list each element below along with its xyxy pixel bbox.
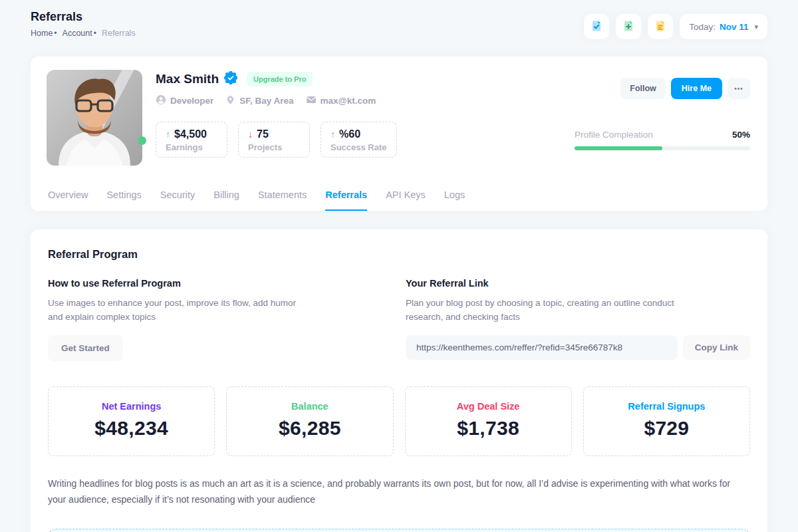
how-to-use-title: How to use Referral Program xyxy=(48,278,358,289)
meta-role[interactable]: Developer xyxy=(156,94,213,107)
metric-balance-label: Balance xyxy=(227,401,392,412)
online-status-dot xyxy=(138,136,146,145)
person-icon xyxy=(156,94,166,107)
metric-net-earnings-label: Net Earnings xyxy=(49,401,214,412)
tab-security[interactable]: Security xyxy=(160,182,195,211)
file-lines-button[interactable] xyxy=(648,14,673,39)
location-pin-icon xyxy=(225,95,235,107)
referral-footnote: Writing headlines for blog posts is as m… xyxy=(48,476,750,508)
file-lines-icon xyxy=(654,19,667,35)
page: Referrals Home • Account • Referrals xyxy=(0,0,798,532)
arrow-up-icon: ↑ xyxy=(166,129,170,140)
meta-location-label: SF, Bay Area xyxy=(239,96,293,106)
meta-location[interactable]: SF, Bay Area xyxy=(225,95,293,107)
chevron-down-icon: ▾ xyxy=(754,23,758,31)
arrow-down-icon: ↓ xyxy=(248,129,253,140)
metric-avg-deal-size: Avg Deal Size $1,738 xyxy=(405,386,572,456)
hire-me-button[interactable]: Hire Me xyxy=(671,78,722,99)
completion-progress-track xyxy=(575,146,750,150)
profile-actions: Follow Hire Me ••• xyxy=(620,78,750,99)
referral-link-row: Copy Link xyxy=(406,335,750,360)
tab-settings[interactable]: Settings xyxy=(106,182,141,211)
metric-referral-signups-label: Referral Signups xyxy=(584,401,749,412)
how-to-use-column: How to use Referral Program Use images t… xyxy=(48,278,358,361)
verified-badge-icon xyxy=(224,71,237,87)
stat-projects: ↓ 75 Projects xyxy=(238,122,310,158)
referral-link-title: Your Referral Link xyxy=(406,278,750,289)
today-label: Today: xyxy=(689,22,716,32)
metric-referral-signups-value: $729 xyxy=(584,417,749,440)
tab-logs[interactable]: Logs xyxy=(444,182,465,211)
ellipsis-icon: ••• xyxy=(734,85,743,92)
file-plus-button[interactable] xyxy=(616,14,641,39)
stat-success-rate-value: %60 xyxy=(339,128,360,140)
breadcrumb-account[interactable]: Account xyxy=(63,29,92,38)
copy-link-button[interactable]: Copy Link xyxy=(683,335,750,360)
metric-balance-value: $6,285 xyxy=(227,417,392,440)
referral-link-column: Your Referral Link Plan your blog post b… xyxy=(406,278,750,361)
metric-net-earnings: Net Earnings $48,234 xyxy=(48,386,215,456)
completion-percent: 50% xyxy=(732,130,750,140)
tab-billing[interactable]: Billing xyxy=(213,182,239,211)
avatar[interactable] xyxy=(47,70,142,166)
profile-header: Max Smith Upgrade to Pro xyxy=(47,70,750,166)
breadcrumb: Home • Account • Referrals xyxy=(31,29,136,38)
stat-projects-label: Projects xyxy=(248,142,300,152)
name-row: Max Smith Upgrade to Pro xyxy=(156,71,575,87)
meta-role-label: Developer xyxy=(170,96,213,106)
tab-overview[interactable]: Overview xyxy=(48,182,88,211)
breadcrumb-referrals: Referrals xyxy=(102,29,136,38)
tab-api-keys[interactable]: API Keys xyxy=(386,182,426,211)
completion-progress-fill xyxy=(575,146,662,150)
stat-earnings-label: Earnings xyxy=(166,142,217,152)
withdraw-notice: Withdraw Your Money to a Bank Account xyxy=(48,529,750,532)
metric-net-earnings-value: $48,234 xyxy=(49,417,214,440)
profile-right: Follow Hire Me ••• Profile Compleation 5… xyxy=(575,70,750,166)
page-title: Referrals xyxy=(31,10,136,24)
upgrade-to-pro-badge[interactable]: Upgrade to Pro xyxy=(247,72,313,86)
referral-program-card: Referral Program How to use Referral Pro… xyxy=(31,229,767,532)
metric-avg-deal-size-label: Avg Deal Size xyxy=(406,401,571,412)
referral-columns: How to use Referral Program Use images t… xyxy=(48,278,750,361)
tab-statements[interactable]: Statements xyxy=(258,182,307,211)
referral-link-description: Plan your blog post by choosing a topic,… xyxy=(406,297,700,325)
file-check-icon xyxy=(590,19,603,35)
file-check-button[interactable] xyxy=(584,14,609,39)
meta-email[interactable]: max@kt.com xyxy=(306,94,376,107)
file-plus-icon xyxy=(622,19,635,35)
referral-link-input[interactable] xyxy=(406,335,678,360)
stat-earnings: ↑ $4,500 Earnings xyxy=(156,122,227,158)
breadcrumb-separator: • xyxy=(94,29,96,38)
profile-stats-row: ↑ $4,500 Earnings ↓ 75 Projects xyxy=(156,122,575,158)
avatar-image xyxy=(47,70,142,166)
profile-card: Max Smith Upgrade to Pro xyxy=(31,57,767,211)
topbar-left: Referrals Home • Account • Referrals xyxy=(31,10,136,38)
how-to-use-description: Use images to enhance your post, improve… xyxy=(48,297,309,325)
stat-success-rate: ↑ %60 Success Rate xyxy=(321,122,397,158)
stat-success-rate-label: Success Rate xyxy=(331,142,387,152)
referral-program-title: Referral Program xyxy=(48,248,750,261)
profile-tabs: Overview Settings Security Billing State… xyxy=(47,182,750,211)
referral-metrics: Net Earnings $48,234 Balance $6,285 Avg … xyxy=(48,386,750,456)
follow-button[interactable]: Follow xyxy=(620,78,666,99)
metric-referral-signups: Referral Signups $729 xyxy=(583,386,750,456)
meta-email-label: max@kt.com xyxy=(321,96,376,106)
arrow-up-icon: ↑ xyxy=(331,129,335,140)
metric-avg-deal-size-value: $1,738 xyxy=(406,417,571,440)
stat-projects-value: 75 xyxy=(257,128,269,140)
date-selector[interactable]: Today: Nov 11 ▾ xyxy=(680,14,767,39)
profile-main: Max Smith Upgrade to Pro xyxy=(156,70,575,166)
user-name[interactable]: Max Smith xyxy=(156,72,219,86)
breadcrumb-separator: • xyxy=(54,29,57,38)
stat-earnings-value: $4,500 xyxy=(174,128,207,140)
mail-icon xyxy=(306,94,317,107)
today-value: Nov 11 xyxy=(720,22,749,32)
breadcrumb-home[interactable]: Home xyxy=(31,29,53,38)
more-options-button[interactable]: ••• xyxy=(728,78,750,99)
get-started-button[interactable]: Get Started xyxy=(48,335,123,361)
topbar-actions: Today: Nov 11 ▾ xyxy=(584,14,767,39)
tab-referrals[interactable]: Referrals xyxy=(325,182,367,211)
profile-completion: Profile Compleation 50% xyxy=(575,130,750,150)
completion-label: Profile Compleation xyxy=(575,130,653,140)
metric-balance: Balance $6,285 xyxy=(226,386,393,456)
